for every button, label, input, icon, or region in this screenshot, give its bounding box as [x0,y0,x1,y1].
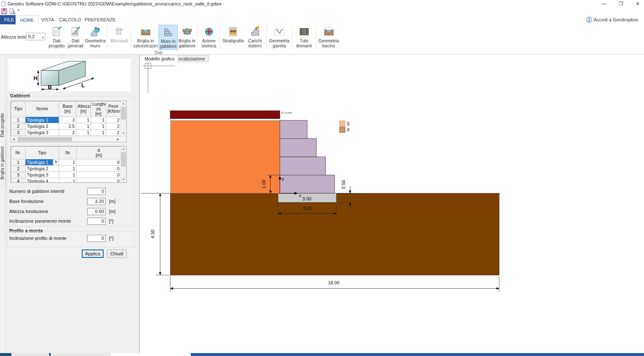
col-header-tipo: Tipo [11,101,26,117]
table-row: 2 Tipologia 2 1 0 [11,166,121,172]
restore-button[interactable]: ❐ [614,0,628,8]
qat-dropdown-icon[interactable]: ▾ [18,8,19,12]
dim-soil-width: 18.00 [170,277,499,291]
close-button[interactable]: ✕ [631,0,644,8]
wall-section-drawing: QY 03 kPa y x 1.00 0.5 [140,62,644,353]
col-header-d: d [m] [77,147,121,159]
scrollbar-thumb[interactable] [121,152,126,166]
scroll-left-icon[interactable]: ◀ [11,137,16,142]
svg-text:18.00: 18.00 [328,280,340,285]
apply-button[interactable]: Applica [82,249,104,258]
col-header-count: Nr [59,147,77,159]
inclinazione-paramento-input[interactable]: 0 [87,218,106,225]
title-bar: Geostru Software-GDW-C:\GEOSTRU 2022\GDW… [0,0,644,8]
text-height-value: 0,2 [28,34,34,39]
field-inclinazione-paramento: Inclinazione paramento monte 0 [°] [9,218,135,225]
type-name-cell[interactable]: Tipologia 3 [26,130,59,136]
scroll-down-icon[interactable]: ▼ [121,177,126,182]
taskbar-tick [49,353,51,356]
type-name-cell[interactable]: Tipologia 2 [26,123,59,130]
origin-crosshair-icon [143,63,175,94]
tab-modello-grafico[interactable]: Modello grafico [141,55,178,62]
box-length-label: L [81,82,85,88]
scroll-right-icon[interactable]: ▶ [115,137,121,142]
button-dati-generali[interactable]: Dati generali [66,25,85,50]
print-preview-icon[interactable] [9,8,16,15]
box-base-label: B [48,84,52,90]
button-tubi-drenanti[interactable]: Tubi drenanti [293,25,314,50]
taskbar-segment [0,353,11,356]
field-inclinazione-profilo: Inclinazione profilo di monte 0 [°] [9,235,135,242]
button-muro-gabbioni[interactable]: Muro in gabbioni [158,25,178,50]
row-type-cell[interactable]: Tipologia 3 [26,172,59,178]
svg-text:0.50: 0.50 [341,180,346,189]
vertical-scrollbar[interactable]: ▲ ▼ [120,146,126,182]
col-header-altezza: Altezza [m] [76,101,91,117]
close-panel-button[interactable]: Chiudi [107,249,127,258]
tab-home[interactable]: HOME [16,15,39,24]
save-icon[interactable] [1,8,7,14]
inclinazione-profilo-input[interactable]: 0 [87,235,106,242]
row-type-dropdown[interactable]: Tipologia 1▼ [26,159,59,166]
field-base-fondazione: Base fondazione 3.20 [m] [9,198,135,205]
ribbon-buttons: Dati progetto Dati generali Geometria mu… [47,25,340,50]
col-header-base: Base [m] [59,101,76,117]
scrollbar-thumb[interactable] [18,137,72,141]
table-row: 1 Tipologia 1 3 1 1 2 [11,117,121,123]
table-row: 3 Tipologia 3 1 0 [11,172,121,178]
field-altezza-fondazione: Altezza fondazione 0.50 [m] [9,208,135,216]
seismic-action-icon [203,26,215,37]
button-azione-sismica[interactable]: Azione sismica [199,25,218,50]
base-fondazione-input[interactable]: 3.20 [87,198,106,205]
side-tab-briglia-gabbioni[interactable]: Briglia in gabbioni [0,139,6,187]
taskbar-segment [111,353,191,356]
ribbon-separator [220,26,220,49]
account-login[interactable]: Accedi a Geodropbox [586,16,638,23]
button-carichi-esterni[interactable]: Carichi esterni [245,25,265,50]
micropiles-icon [114,26,125,37]
button-briglia-gabbioni[interactable]: Briglia in gabbioni [178,25,196,50]
taskbar-segment [191,353,644,356]
ribbon-separator [266,26,267,49]
text-height-label: Altezza testo [1,34,27,39]
text-height-combo[interactable]: 0,2 ▾ [26,33,45,40]
row-type-cell[interactable]: Tipologia 2 [26,166,59,172]
minimize-button[interactable]: — [597,0,611,8]
table-row: 3 Tipologia 3 2 1 1 2 [11,130,121,136]
button-geometria-muro[interactable]: Geometria muro [85,25,106,50]
gabion-wall-icon [163,26,174,38]
col-header-lunghezza: Lunghez za [m] [91,101,106,117]
gabion-row-3 [280,139,317,157]
col-header-tipo: Tipo [26,147,59,159]
horizontal-scrollbar[interactable]: ◀ ▶ [11,136,127,142]
col-header-peso: Peso [KN/m³] [106,101,121,117]
vertical-scrollbar[interactable]: ▲ ▼ [120,101,126,136]
table-row: 4 Tipologia 4 1 0 [11,178,121,183]
button-briglia-calcestruzzo[interactable]: Briglia in calcestruzzo [132,25,158,50]
side-tab-strip: Dati progetto Briglia in gabbioni [0,55,6,353]
legend-swatch-e [340,121,345,126]
tab-preferenze[interactable]: PREFERENZE [80,15,120,24]
type-name-cell[interactable]: Tipologia 1 [26,117,59,123]
scrollbar-thumb[interactable] [121,107,126,120]
button-dati-progetto[interactable]: Dati progetto [47,25,66,50]
stratigraphy-icon [228,26,239,37]
altezza-fondazione-input[interactable]: 0.50 [87,208,106,215]
gabion-weir-icon [182,26,193,37]
scroll-up-icon[interactable]: ▲ [121,146,126,152]
row-type-cell[interactable]: Tipologia 4 [26,178,59,183]
scroll-up-icon[interactable]: ▲ [121,101,126,107]
numero-gabbioni-input[interactable]: 0 [87,188,106,195]
button-stratigrafia[interactable]: Stratigrafia [221,25,245,50]
button-geometria-bacino[interactable]: Geometria bacino [317,25,340,50]
gabion-row-2 [280,157,326,175]
person-icon [586,17,592,23]
button-geometria-gaveta[interactable]: Geometria gaveta [268,25,291,50]
field-numero-gabbioni: Numero di gabbioni interriti 0 [9,188,135,195]
scroll-down-icon[interactable]: ▼ [121,131,126,136]
dropdown-caret-icon[interactable]: ▼ [53,159,59,165]
concrete-weir-icon [140,26,151,37]
graphic-model-canvas[interactable]: Modello grafico Localizzazione QY 03 kPa [140,55,644,353]
quick-access-toolbar: ▾ [0,8,644,15]
side-tab-dati-progetto[interactable]: Dati progetto [0,112,6,138]
